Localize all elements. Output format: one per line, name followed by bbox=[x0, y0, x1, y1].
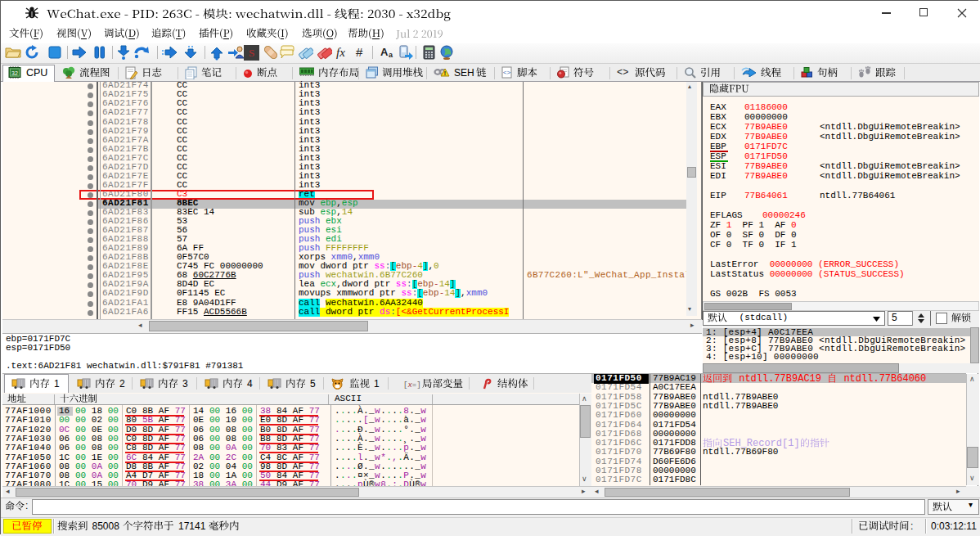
svg-text:#: # bbox=[356, 45, 363, 59]
svg-text:fx: fx bbox=[336, 46, 345, 59]
svg-text:S: S bbox=[249, 47, 254, 59]
svg-text:A: A bbox=[380, 46, 389, 58]
svg-text:<>: <> bbox=[617, 67, 628, 77]
svg-text:a: a bbox=[389, 51, 393, 59]
svg-text:<>: <> bbox=[503, 69, 511, 76]
svg-text:!: ! bbox=[444, 70, 446, 76]
svg-text:32: 32 bbox=[11, 70, 18, 76]
svg-text:[x=]: [x=] bbox=[403, 381, 421, 390]
